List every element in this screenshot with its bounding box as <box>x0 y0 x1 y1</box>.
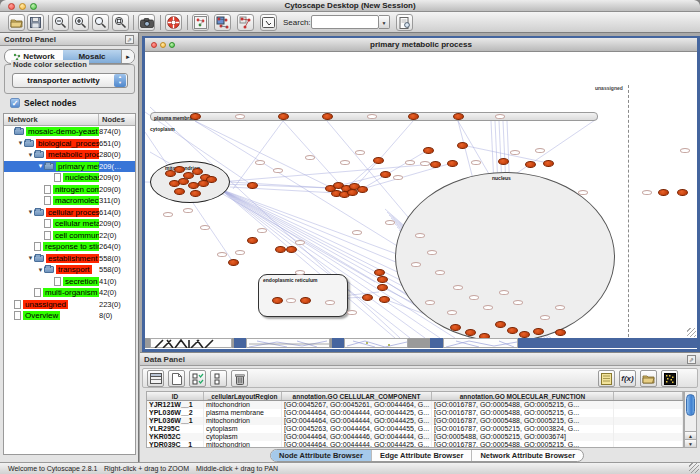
tree-row-biological-process[interactable]: ▼biological_process651(0) <box>4 138 135 150</box>
tree-row-nitrogen-compo[interactable]: nitrogen compo209(0) <box>4 184 135 196</box>
select-nodes-checkbox[interactable]: ✓ <box>10 98 20 108</box>
app-titlebar[interactable]: Cytoscape Desktop (New Session) <box>0 0 700 12</box>
tree-row-unassigned[interactable]: unassigned223(0) <box>4 299 135 311</box>
window-resize-grip[interactable] <box>687 328 696 337</box>
scrollbar-thumb[interactable] <box>686 394 695 416</box>
unselected-node[interactable] <box>183 208 193 213</box>
unselected-node[interactable] <box>435 270 445 275</box>
gene-node[interactable] <box>430 161 441 168</box>
unselected-node[interactable] <box>420 161 430 166</box>
tree-header-network[interactable]: Network <box>4 114 99 125</box>
search-dropdown-arrow[interactable]: ▼ <box>379 15 390 29</box>
tree-expander-icon[interactable]: ▼ <box>27 152 34 158</box>
unselected-node[interactable] <box>295 270 305 275</box>
unselected-node[interactable] <box>555 305 565 310</box>
scroll-up-icon[interactable]: ▲ <box>685 431 696 439</box>
unselected-node[interactable] <box>453 285 463 290</box>
unselected-node[interactable] <box>257 228 267 233</box>
search-config-button[interactable] <box>396 14 413 31</box>
column-header-annotation-go-cellular-component[interactable]: annotation.GO CELLULAR_COMPONENT <box>282 392 432 400</box>
tree-row-cellular-metabol[interactable]: cellular metabol209(0) <box>4 218 135 230</box>
table-row[interactable]: YPL036W__2plasma membrane[GO:0044464, GO… <box>147 409 683 417</box>
unselected-node[interactable] <box>235 114 245 119</box>
gene-node[interactable] <box>677 189 688 196</box>
tree-row-primary-metabo[interactable]: ▼primary metabo209(… <box>4 161 135 173</box>
unselected-node[interactable] <box>273 168 283 173</box>
column-header-filler[interactable] <box>614 392 683 400</box>
select-attributes-button[interactable] <box>147 370 164 387</box>
tree-expander-icon[interactable]: ▼ <box>27 255 34 261</box>
table-row[interactable]: YJR121W__1mitochondrion[GO:0045267, GO:0… <box>147 401 683 409</box>
attribute-matrix-button[interactable] <box>661 370 678 387</box>
tree-row-overview[interactable]: Overview8(0) <box>4 310 135 322</box>
help-button[interactable] <box>165 14 182 31</box>
unselected-node[interactable] <box>415 233 425 238</box>
gene-node[interactable] <box>465 329 476 336</box>
gene-node[interactable] <box>174 188 185 195</box>
zoom-fit-button[interactable] <box>112 14 129 31</box>
unselected-node[interactable] <box>471 160 481 165</box>
tree-row-multi-organism-pro[interactable]: multi-organism pro42(0) <box>4 287 135 299</box>
background-window-edge[interactable] <box>332 338 344 348</box>
gene-node[interactable] <box>377 284 388 291</box>
tree-row-response-to-stimulu[interactable]: response to stimulu264(0) <box>4 241 135 253</box>
unselected-node[interactable] <box>411 262 421 267</box>
tree-expander-icon[interactable]: ▼ <box>17 140 24 146</box>
unselected-node[interactable] <box>295 240 305 245</box>
gene-node[interactable] <box>457 142 468 149</box>
tab-network-attribute-browser[interactable]: Network Attribute Browser <box>472 450 583 461</box>
gene-node[interactable] <box>373 157 384 164</box>
gene-node[interactable] <box>479 333 490 339</box>
tree-expander-icon[interactable]: ▼ <box>37 163 44 169</box>
unselected-node[interactable] <box>355 150 365 155</box>
unselected-node[interactable] <box>163 212 173 217</box>
gene-node[interactable] <box>495 321 506 328</box>
zoom-selected-button[interactable] <box>92 14 109 31</box>
network-window-titlebar[interactable]: primary metabolic process <box>145 38 697 52</box>
background-window-thumbnail[interactable] <box>443 338 518 348</box>
network-edge[interactable] <box>220 164 435 182</box>
table-row[interactable]: YLR295Ccytoplasm[GO:0045263, GO:0044464,… <box>147 425 683 433</box>
gene-node[interactable] <box>272 297 283 304</box>
gene-node[interactable] <box>300 297 311 304</box>
unselected-node[interactable] <box>325 300 335 305</box>
gene-node[interactable] <box>450 324 461 331</box>
tree-header-nodes[interactable]: Nodes <box>99 114 135 125</box>
unselected-node[interactable] <box>255 160 265 165</box>
gene-node[interactable] <box>525 161 536 168</box>
tree-row-macromolecule[interactable]: macromolecule311(0) <box>4 195 135 207</box>
unselect-all-attributes-button[interactable] <box>210 370 227 387</box>
tree-row-nucleobase-[interactable]: nucleobase-209(0) <box>4 172 135 184</box>
unselected-node[interactable] <box>352 230 362 235</box>
save-session-button[interactable] <box>27 14 44 31</box>
gene-node[interactable] <box>247 237 258 244</box>
gene-node[interactable] <box>555 329 566 336</box>
unselected-node[interactable] <box>469 295 479 300</box>
table-scrollbar[interactable]: ▲ ▼ <box>684 391 697 448</box>
function-builder-button[interactable]: f(x) <box>619 370 636 387</box>
node-color-dropdown[interactable]: transporter activity ▲▼ <box>12 73 128 88</box>
gene-node[interactable] <box>379 296 390 303</box>
annotation-button[interactable] <box>260 14 277 31</box>
gene-node[interactable] <box>188 182 199 189</box>
gene-node[interactable] <box>192 168 203 175</box>
table-row[interactable]: YDR039C__1mitochondrion[GO:0044464, GO:0… <box>147 441 683 448</box>
nucleus-region[interactable]: nucleus <box>395 172 615 338</box>
attribute-editor-button[interactable] <box>598 370 615 387</box>
unselected-node[interactable] <box>425 300 435 305</box>
unselected-node[interactable] <box>217 252 227 257</box>
column-header-id[interactable]: ID <box>147 392 204 400</box>
gene-node[interactable] <box>543 160 554 167</box>
unselected-node[interactable] <box>405 160 415 165</box>
gene-node[interactable] <box>206 176 217 183</box>
gene-node[interactable] <box>247 182 258 189</box>
gene-node[interactable] <box>286 246 297 253</box>
open-session-button[interactable] <box>8 14 25 31</box>
tabs-overflow-arrow[interactable]: ► <box>121 50 134 63</box>
tree-expander-icon[interactable]: ▼ <box>27 209 34 215</box>
gene-node[interactable] <box>178 178 189 185</box>
table-row[interactable]: YKR052Ccytoplasm[GO:0044464, GO:0044446,… <box>147 433 683 441</box>
tree-row-establishment-of-lo[interactable]: ▼establishment of lo558(0) <box>4 253 135 265</box>
new-attribute-button[interactable] <box>168 370 185 387</box>
import-attributes-button[interactable] <box>640 370 657 387</box>
